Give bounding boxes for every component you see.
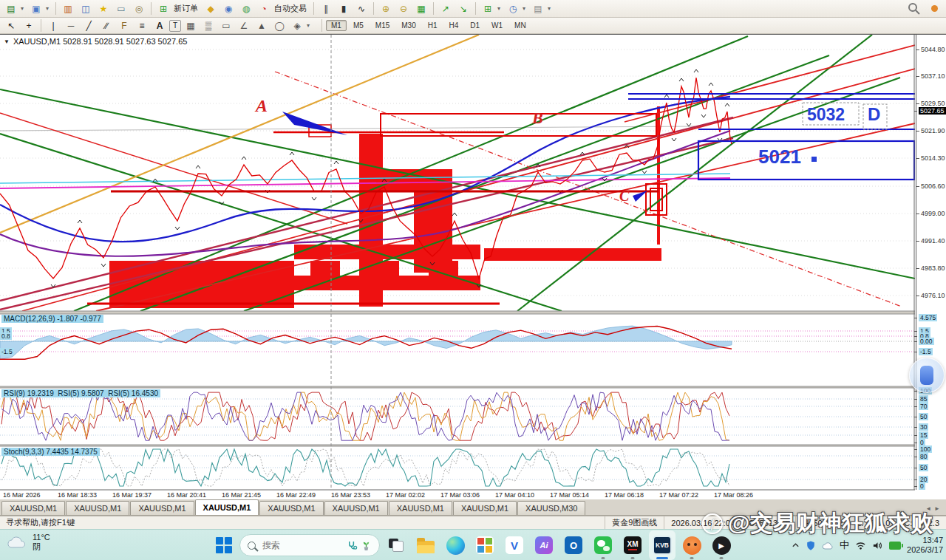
zoom-out-icon[interactable]: ⊖	[395, 1, 412, 16]
chart-tab[interactable]: XAUUSD,M1	[130, 501, 194, 515]
navigator-icon[interactable]: ★	[95, 1, 112, 16]
wifi-icon[interactable]	[855, 541, 866, 550]
xm-button[interactable]: XM	[619, 530, 646, 560]
arrows-dropdown-icon[interactable]: ▾	[307, 22, 313, 29]
timeframe-m30-button[interactable]: M30	[396, 20, 421, 31]
autotrade-label[interactable]: 自动交易	[274, 3, 307, 14]
security-shield-icon[interactable]	[806, 540, 816, 551]
market-watch-icon[interactable]: ▥	[60, 1, 76, 16]
annotation-level-5021[interactable]: 5021	[758, 147, 801, 166]
annotation-c[interactable]: C	[619, 188, 629, 203]
add-indicator-icon[interactable]: ⊞	[480, 1, 496, 16]
profiles-dropdown-icon[interactable]: ▾	[46, 5, 52, 12]
floating-magnifier-icon[interactable]	[908, 2, 921, 18]
pattern-tool-icon[interactable]: ▒	[200, 18, 217, 33]
media-player-button[interactable]: ▶	[708, 530, 735, 560]
price-chart-canvas[interactable]	[0, 35, 915, 499]
timeframe-mn-button[interactable]: MN	[509, 20, 531, 31]
new-chart-dropdown-icon[interactable]: ▾	[21, 5, 27, 12]
tray-clock[interactable]: 13:47 2026/3/17	[907, 536, 943, 555]
price-axis[interactable]: 5044.80 5037.10 5029.50 5027.65 5021.90 …	[916, 35, 946, 490]
periods-dropdown-icon[interactable]: ▾	[523, 5, 528, 12]
wechat-button[interactable]	[590, 530, 616, 560]
cursor-tool-icon[interactable]: ↖	[3, 18, 19, 33]
hidden-icons-chevron[interactable]	[792, 542, 800, 549]
start-button[interactable]	[211, 530, 236, 560]
add-indicator-dropdown-icon[interactable]: ▾	[497, 5, 503, 12]
vertical-line-tool-icon[interactable]: |	[45, 18, 61, 33]
collapse-icon[interactable]: ▼	[4, 38, 10, 45]
v-app-button[interactable]: V	[501, 530, 528, 560]
new-order-label[interactable]: 新订单	[174, 3, 198, 14]
timeframe-d1-button[interactable]: D1	[465, 20, 485, 31]
tab-scroll-left-icon[interactable]: ◄	[925, 505, 931, 512]
annotation-b[interactable]: B	[532, 110, 543, 126]
chart-tab[interactable]: XAUUSD,M1	[66, 501, 129, 515]
mail-app-button[interactable]: O	[560, 530, 587, 560]
search-input[interactable]	[261, 539, 334, 551]
chart-shift-icon[interactable]: ↘	[455, 1, 472, 16]
data-window-icon[interactable]: ◫	[78, 1, 94, 16]
chart-tab[interactable]: XAUUSD,M1	[453, 501, 517, 515]
chart-tab[interactable]: XAUUSD,M1	[1, 501, 65, 515]
store-button[interactable]	[472, 530, 498, 560]
history-center-icon[interactable]: ◆	[203, 1, 219, 16]
annotation-d[interactable]: D	[868, 106, 880, 123]
chart-tab[interactable]: XAUUSD,M1	[324, 501, 388, 515]
timeframe-m15-button[interactable]: M15	[370, 20, 395, 31]
timeframe-h4-button[interactable]: H4	[444, 20, 464, 31]
annotation-a[interactable]: A	[256, 97, 268, 115]
rays-tool-icon[interactable]: ≡	[134, 18, 150, 33]
trendline-tool-icon[interactable]: ╱	[81, 18, 97, 33]
chart-area[interactable]: ▼ XAUUSD,M1 5028.91 5028.91 5027.63 5027…	[0, 34, 946, 499]
horizontal-line-tool-icon[interactable]: ─	[63, 18, 79, 33]
angle-tool-icon[interactable]: ∠	[236, 18, 252, 33]
text-label-tool-icon[interactable]: T	[169, 20, 181, 32]
taskbar-search[interactable]	[239, 534, 380, 556]
search-highlight-icons[interactable]	[347, 540, 372, 551]
annotation-dot[interactable]	[811, 157, 817, 162]
templates-dropdown-icon[interactable]: ▾	[548, 5, 554, 12]
channel-tool-icon[interactable]: ∕∕	[98, 18, 115, 33]
arrows-tool-icon[interactable]: ◈	[289, 18, 305, 33]
crosshair-tool-icon[interactable]: +	[21, 18, 37, 33]
timeframe-m5-button[interactable]: M5	[348, 20, 369, 31]
profiles-icon[interactable]: ▣	[28, 1, 44, 16]
cloud-tray-icon[interactable]	[822, 541, 834, 550]
weather-widget[interactable]: 11°C 阴	[6, 533, 50, 552]
new-chart-icon[interactable]: ▤	[3, 1, 19, 16]
experts-icon[interactable]: ◉	[220, 1, 236, 16]
rectangle-tool-icon[interactable]: ▭	[218, 18, 234, 33]
templates-icon[interactable]: ▤	[530, 1, 546, 16]
strategy-tester-icon[interactable]: ◎	[131, 1, 147, 16]
chart-tab[interactable]: XAUUSD,M1	[259, 501, 323, 515]
timeframe-h1-button[interactable]: H1	[423, 20, 443, 31]
autotrade-icon[interactable]: ◔	[256, 1, 272, 16]
line-chart-icon[interactable]: ∿	[353, 1, 370, 16]
edge-button[interactable]	[442, 530, 469, 560]
ellipse-tool-icon[interactable]: ◯	[271, 18, 287, 33]
terminal-icon[interactable]: ▭	[113, 1, 129, 16]
news-icon[interactable]: ◍	[238, 1, 254, 16]
kvb-button[interactable]: KVB	[649, 530, 676, 560]
annotation-level-5032[interactable]: 5032	[807, 106, 845, 123]
zoom-in-icon[interactable]: ⊕	[378, 1, 394, 16]
tile-windows-icon[interactable]: ▦	[413, 1, 429, 16]
triangle-tool-icon[interactable]: ▲	[253, 18, 270, 33]
bar-chart-icon[interactable]: ∥	[318, 1, 334, 16]
file-explorer-button[interactable]	[412, 530, 439, 560]
chart-tab[interactable]: XAUUSD,M1	[389, 501, 452, 515]
new-order-icon[interactable]: ⊞	[155, 1, 171, 16]
tab-scroll-right-icon[interactable]: ►	[934, 505, 940, 512]
timeframe-m1-button[interactable]: M1	[326, 20, 347, 31]
floating-assistant-button[interactable]	[909, 358, 945, 393]
battery-icon[interactable]	[889, 542, 901, 550]
text-tool-icon[interactable]: A	[152, 18, 168, 33]
candlestick-icon[interactable]: ▮	[336, 1, 352, 16]
ai-app-button[interactable]: Ai	[531, 530, 557, 560]
timeframe-w1-button[interactable]: W1	[486, 20, 508, 31]
task-view-button[interactable]	[383, 530, 409, 560]
ime-indicator[interactable]: 中	[840, 539, 849, 552]
volume-icon[interactable]	[872, 541, 883, 550]
grid-tool-icon[interactable]: ▦	[183, 18, 199, 33]
